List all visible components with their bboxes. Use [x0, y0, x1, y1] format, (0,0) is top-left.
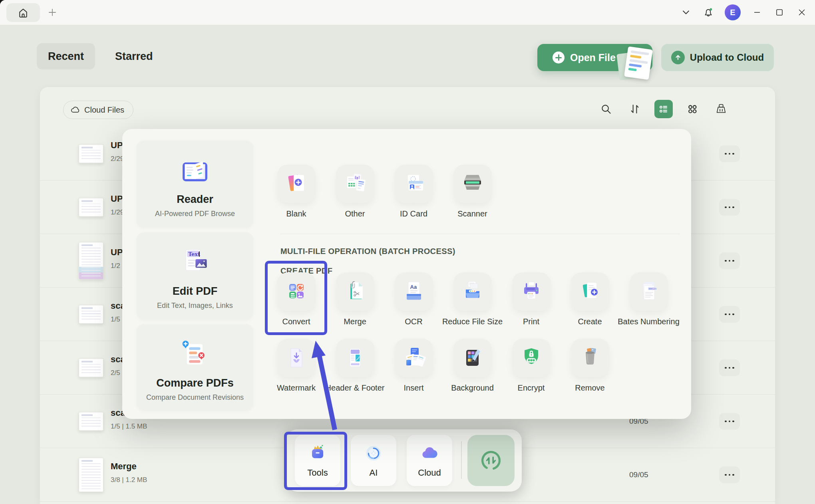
reduce-icon: [460, 279, 485, 304]
avatar[interactable]: E: [725, 4, 741, 20]
tool-label: Watermark: [277, 383, 316, 393]
notifications-button[interactable]: [702, 6, 714, 18]
search-icon: [600, 103, 612, 115]
tool-remove[interactable]: Remove: [561, 339, 619, 393]
dropdown-chevron-button[interactable]: [680, 6, 692, 18]
tool-create[interactable]: Create: [561, 272, 619, 326]
file-thumbnail: [79, 412, 103, 431]
convert-sync-icon: [476, 446, 506, 475]
ai-icon: [362, 442, 385, 464]
upload-to-cloud-label: Upload to Cloud: [690, 52, 764, 63]
tool-label: ID Card: [400, 209, 427, 218]
tool-merge[interactable]: Merge: [326, 272, 384, 326]
more-button[interactable]: [719, 306, 740, 323]
mode-card-title: Edit PDF: [173, 285, 218, 298]
tool-ocr[interactable]: AaOCR: [384, 272, 443, 326]
more-button[interactable]: [719, 466, 740, 483]
tool-background[interactable]: Background: [443, 339, 502, 393]
cloud-files-button[interactable]: Cloud Files: [63, 101, 133, 119]
tool-blank[interactable]: Blank: [267, 165, 326, 218]
mode-card-title: Reader: [177, 193, 213, 206]
tool-insert[interactable]: Insert: [384, 339, 443, 393]
tool-label: Convert: [282, 317, 310, 326]
more-dots-icon: [725, 206, 727, 208]
mode-card-title: Compare PDFs: [156, 377, 234, 389]
id-card-icon: [401, 171, 427, 196]
mode-card-compare-pdfs[interactable]: Compare PDFsCompare Document Revisions: [137, 324, 253, 411]
sort-button[interactable]: [626, 100, 644, 118]
app-window: E Recent Starred Open File Upload to Clo…: [0, 0, 815, 504]
more-dots-icon: [725, 421, 727, 423]
dock-item-cloud[interactable]: Cloud: [407, 435, 452, 486]
tool-tile: [453, 272, 492, 311]
tool-label: Background: [451, 383, 494, 393]
mode-card-reader[interactable]: ReaderAI-Powered PDF Browse: [137, 141, 253, 228]
plus-circle-icon: [553, 52, 565, 63]
documents-illustration: [616, 46, 654, 80]
tool-label: Scanner: [457, 209, 487, 218]
batch-tiles-row1: ConvertMergeAaOCRReduce File SizePrintCr…: [267, 272, 678, 326]
tool-label: Create: [578, 317, 602, 326]
more-button[interactable]: [719, 413, 740, 430]
file-date: 09/05: [629, 470, 648, 479]
search-button[interactable]: [597, 100, 615, 118]
tool-encrypt[interactable]: Encrypt: [502, 339, 561, 393]
tool-other[interactable]: Other: [326, 165, 384, 218]
tool-label: Encrypt: [518, 383, 545, 393]
section-divider: [280, 234, 680, 234]
more-button[interactable]: [719, 359, 740, 376]
svg-text:000123: 000123: [648, 288, 656, 290]
dock-item-ai[interactable]: AI: [351, 435, 396, 486]
minimize-icon: [753, 8, 761, 17]
tool-print[interactable]: Print: [502, 272, 561, 326]
sort-icon: [629, 103, 641, 115]
file-title: Merge: [111, 461, 137, 472]
mode-card-edit-pdf[interactable]: TextEdit PDFEdit Text, Images, Links: [137, 232, 253, 319]
home-tab[interactable]: [6, 3, 40, 22]
dock-action-button[interactable]: [467, 435, 515, 486]
file-thumbnail: [79, 458, 103, 492]
tool-label: Blank: [286, 209, 306, 218]
new-tab-button[interactable]: [47, 7, 58, 18]
tool-header-footer[interactable]: Header & Footer: [326, 339, 384, 393]
tool-convert[interactable]: Convert: [267, 272, 326, 326]
tool-label: Merge: [344, 317, 366, 326]
file-meta: 1/5 | 1.5 MB: [111, 423, 147, 431]
open-file-button[interactable]: Open File: [537, 44, 652, 71]
dock-item-label: AI: [370, 468, 378, 478]
tool-bates-numbering[interactable]: 000123Bates Numbering: [619, 272, 678, 326]
more-dots-icon: [725, 367, 727, 369]
bottom-dock: ToolsAICloud: [286, 429, 522, 492]
tool-label: Remove: [575, 383, 604, 393]
scanner-icon: [460, 171, 485, 196]
tool-tile: [395, 165, 433, 203]
list-view-toggle[interactable]: [654, 100, 673, 118]
tool-id-card[interactable]: ID Card: [384, 165, 443, 218]
list-view-icon: [658, 103, 670, 115]
tab-starred[interactable]: Starred: [115, 43, 153, 69]
more-button[interactable]: [719, 199, 740, 216]
tool-reduce-file-size[interactable]: Reduce File Size: [443, 272, 502, 326]
remove-icon: [577, 345, 603, 371]
tool-tile: [336, 165, 374, 203]
tool-scanner[interactable]: Scanner: [443, 165, 502, 218]
more-button[interactable]: [719, 145, 740, 162]
dock-item-tools[interactable]: Tools: [295, 435, 340, 486]
minimize-button[interactable]: [751, 6, 763, 18]
plus-icon: [48, 8, 57, 17]
more-button[interactable]: [719, 252, 740, 269]
titlebar: E: [0, 0, 815, 25]
close-button[interactable]: [796, 6, 808, 18]
more-dots-icon: [725, 474, 727, 476]
batch-section-title: MULTI-FILE OPERATION (BATCH PROCESS): [280, 247, 455, 256]
clean-up-button[interactable]: [712, 100, 730, 118]
merge-icon: [342, 279, 368, 304]
tab-recent[interactable]: Recent: [37, 43, 95, 69]
tools-panel: ReaderAI-Powered PDF BrowseTextEdit PDFE…: [122, 129, 691, 419]
grid-view-toggle[interactable]: [683, 100, 702, 118]
file-meta: 1/2 |: [111, 262, 124, 270]
tool-watermark[interactable]: Watermark: [267, 339, 326, 393]
batch-tiles-row2: WatermarkHeader & FooterInsertBackground…: [267, 339, 619, 393]
maximize-button[interactable]: [773, 6, 785, 18]
upload-to-cloud-button[interactable]: Upload to Cloud: [661, 44, 774, 71]
